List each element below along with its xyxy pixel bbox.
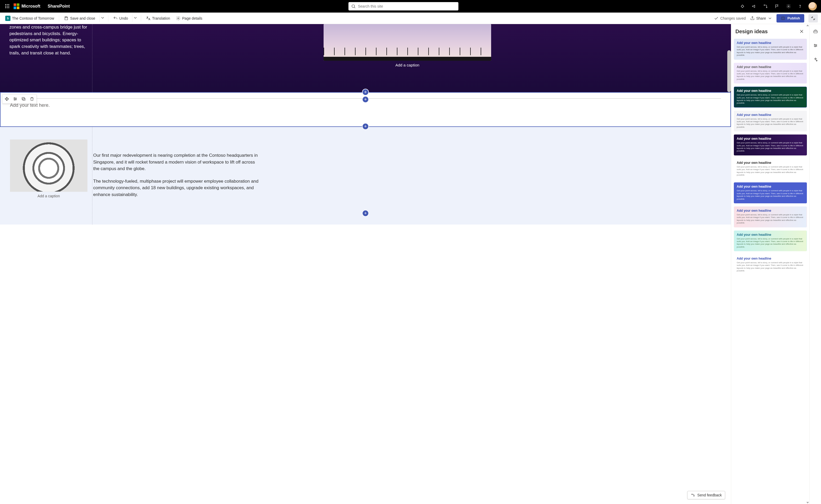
svg-point-13 [766,7,767,8]
save-and-close-button[interactable]: Save and close [62,14,97,22]
svg-point-15 [800,7,800,8]
svg-rect-4 [7,6,8,7]
suite-bar: Microsoft SharePoint [0,0,821,13]
page-details-label: Page details [182,16,202,20]
product-label[interactable]: SharePoint [48,4,70,9]
save-close-label: Save and close [70,16,95,20]
svg-point-14 [788,6,789,7]
brand-label: Microsoft [21,4,40,9]
microsoft-icon [14,3,19,9]
app-launcher[interactable] [2,0,13,13]
connector-icon[interactable] [760,0,771,13]
collapse-panel-button[interactable] [808,14,818,23]
svg-point-17 [178,18,179,19]
svg-point-9 [352,5,355,8]
translation-button[interactable]: Translation [144,14,172,22]
undo-label: Undo [119,16,128,20]
search-box[interactable] [348,2,459,10]
site-icon: S [5,16,10,21]
flag-icon[interactable] [772,0,782,13]
chevron-down-icon [768,16,772,21]
user-avatar[interactable] [808,2,817,10]
svg-rect-3 [5,6,6,7]
undo-button[interactable]: Undo [111,14,130,22]
svg-rect-0 [5,4,6,5]
svg-rect-8 [8,7,9,8]
publish-button[interactable]: Publish [777,14,804,23]
share-button[interactable]: Share [748,14,774,22]
publish-label: Publish [788,16,800,20]
share-label: Share [756,16,766,20]
settings-icon[interactable] [783,0,794,13]
svg-rect-2 [8,4,9,5]
microsoft-logo: Microsoft [14,3,40,9]
svg-rect-1 [7,4,8,5]
svg-point-12 [764,5,765,5]
svg-rect-5 [8,6,9,7]
svg-rect-6 [5,7,6,8]
svg-line-10 [354,7,355,8]
svg-rect-11 [741,5,744,8]
page-details-button[interactable]: Page details [174,14,204,22]
save-status-label: Changes saved [720,16,746,20]
help-icon[interactable] [795,0,805,13]
save-close-chevron[interactable] [99,14,105,22]
save-status: Changes saved [714,16,746,21]
command-bar: S The Contoso of Tomorrow Save and close… [0,13,821,24]
site-name: The Contoso of Tomorrow [12,16,54,20]
search-input[interactable] [358,4,456,8]
svg-rect-16 [65,17,67,18]
svg-rect-7 [7,7,8,8]
diamond-icon[interactable] [737,0,748,13]
translation-label: Translation [152,16,170,20]
site-breadcrumb[interactable]: S The Contoso of Tomorrow [3,14,56,23]
undo-chevron[interactable] [132,14,138,22]
megaphone-icon[interactable] [749,0,759,13]
